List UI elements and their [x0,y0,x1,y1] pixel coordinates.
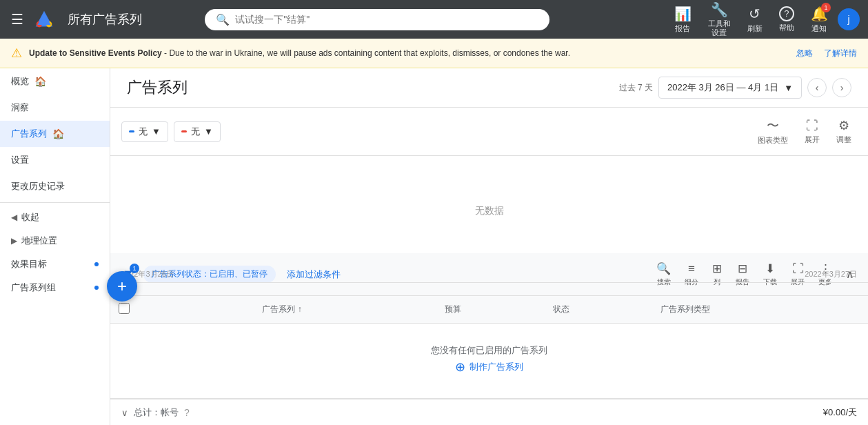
nav-actions: 📊 报告 🔧 工具和设置 ↺ 刷新 ? 帮助 🔔 1 通知 j [667,0,860,40]
sidebar-campaign-group[interactable]: 广告系列组 [0,276,110,299]
alert-body: - Due to the war in Ukraine, we will pau… [162,48,570,58]
metric2-arrow: ▼ [204,126,213,137]
notification-icon: 🔔 1 [811,6,828,22]
col-status: 状态 [545,296,652,324]
summary-row: ∨ 总计：帐号 ? ¥0.00/天 [110,399,868,425]
sidebar-item-history[interactable]: 更改历史记录 [0,173,110,199]
dismiss-link[interactable]: 忽略 [796,48,813,59]
empty-state: 您没有任何已启用的广告系列 ⊕ 制作广告系列 [119,330,860,391]
prev-date-btn[interactable]: ‹ [807,78,827,97]
chart-empty-message: 无数据 [110,156,868,266]
sidebar-goal[interactable]: 效果目标 [0,253,110,276]
help-icon: ? [779,6,794,21]
alert-text: Update to Sensitive Events Policy - Due … [29,48,789,58]
logo-svg [34,10,54,29]
search-icon: 🔍 [216,13,230,26]
summary-expand-icon[interactable]: ∨ [121,408,128,418]
campaigns-table: 广告系列 ↑ 预算 状态 广告系列类型 [110,296,868,399]
expand-icon: ⛶ [806,119,818,133]
chart-dates: 2022年3月26日 2022年3月27日 [110,266,868,283]
create-campaign-label: 制作广告系列 [470,361,523,373]
metric1-button[interactable]: 无 ▼ [121,121,168,142]
goal-label: 效果目标 [11,258,47,270]
collapse-arrow-icon: ◀ [11,212,17,222]
top-navigation: ☰ 所有广告系列 🔍 📊 报告 🔧 工具和设置 ↺ 刷新 [0,0,868,39]
nav-notifications[interactable]: 🔔 1 通知 [804,3,835,37]
chart-type-icon: 〜 [767,117,779,134]
nav-refresh[interactable]: ↺ 刷新 [740,3,769,37]
tools-label: 工具和设置 [708,19,731,37]
alert-title: Update to Sensitive Events Policy [29,48,162,58]
chart-controls: 无 ▼ 无 ▼ 〜 图表类型 ⛶ 展开 ⚙ [110,108,868,156]
metric2-color [181,130,187,132]
next-date-btn[interactable]: › [832,78,851,97]
notifications-label: 通知 [811,23,827,34]
select-all-checkbox[interactable] [119,303,130,314]
expand-label: 展开 [805,135,820,145]
reports-label: 报告 [675,23,690,34]
search-bar[interactable]: 🔍 [205,9,549,30]
create-fab-button[interactable]: + [107,271,137,302]
sidebar: 概览 🏠 洞察 广告系列 🏠 设置 更改历史记录 ◀ 收起 ▶ 地理位置 效果目… [0,68,110,425]
metric2-button[interactable]: 无 ▼ [174,121,221,142]
history-label: 更改历史记录 [11,180,65,192]
google-ads-logo [34,10,54,29]
chart-area: 无 ▼ 无 ▼ 〜 图表类型 ⛶ 展开 ⚙ [110,108,868,253]
sidebar-item-settings[interactable]: 设置 [0,147,110,173]
page-nav-title: 所有广告系列 [68,11,142,28]
header-right: 过去 7 天 2022年 3月 26日 — 4月 1日 ▼ ‹ › [619,77,851,99]
adjust-chart-button[interactable]: ⚙ 调整 [831,115,857,148]
user-avatar[interactable]: j [838,8,860,30]
nav-tools[interactable]: 🔧 工具和设置 [701,0,738,40]
empty-message-text: 您没有任何已启用的广告系列 [132,344,846,357]
date-picker[interactable]: 2022年 3月 26日 — 4月 1日 ▼ [658,77,802,99]
reports-icon: 📊 [674,6,692,22]
metric1-label: 无 [139,126,148,138]
summary-amount: ¥0.00/天 [823,406,857,419]
content-header: 广告系列 过去 7 天 2022年 3月 26日 — 4月 1日 ▼ ‹ › [110,68,868,108]
metric2-label: 无 [191,126,200,138]
insights-label: 洞察 [11,101,29,114]
nav-reports[interactable]: 📊 报告 [667,3,698,37]
expand-chart-button[interactable]: ⛶ 展开 [799,116,825,148]
table-header-row: 广告系列 ↑ 预算 状态 广告系列类型 [110,296,868,324]
search-input[interactable] [235,14,538,25]
sidebar-geolocation[interactable]: ▶ 地理位置 [0,229,110,253]
chart-date-end: 2022年3月27日 [805,269,857,279]
col-campaign[interactable]: 广告系列 ↑ [254,296,436,324]
overview-home-icon: 🏠 [34,76,46,87]
page-title: 广告系列 [127,77,188,98]
goal-dot [94,262,99,266]
create-campaign-icon: ⊕ [455,359,465,375]
menu-icon[interactable]: ☰ [8,8,26,30]
summary-help-icon[interactable]: ? [184,407,190,418]
sidebar-item-overview[interactable]: 概览 🏠 [0,68,110,95]
collapse-label: 收起 [21,211,39,224]
campaigns-home-icon: 🏠 [52,128,64,139]
expand-arrow-icon: ▶ [11,236,17,246]
refresh-label: 刷新 [747,23,763,34]
metric1-color [129,130,134,132]
date-picker-arrow: ▼ [784,83,793,93]
refresh-icon: ↺ [749,6,760,22]
sidebar-item-campaigns[interactable]: 广告系列 🏠 [0,121,110,147]
main-layout: 概览 🏠 洞察 广告系列 🏠 设置 更改历史记录 ◀ 收起 ▶ 地理位置 效果目… [0,68,868,425]
chart-type-button[interactable]: 〜 图表类型 [752,115,794,148]
sidebar-item-insights[interactable]: 洞察 [0,95,110,121]
notification-badge: 1 [821,3,831,12]
learn-more-link[interactable]: 了解详情 [824,48,857,59]
svg-marker-7 [37,12,50,25]
campaign-group-label: 广告系列组 [11,281,56,294]
chart-type-label: 图表类型 [758,135,788,146]
help-label: 帮助 [779,23,794,33]
alert-warning-icon: ⚠ [11,46,22,61]
col-status-indicator [200,296,254,324]
metric1-arrow: ▼ [152,126,161,137]
tools-icon: 🔧 [711,1,728,18]
geolocation-label: 地理位置 [21,235,57,247]
nav-help[interactable]: ? 帮助 [772,3,801,36]
create-campaign-button[interactable]: ⊕ 制作广告系列 [455,357,523,377]
sidebar-collapse[interactable]: ◀ 收起 [0,206,110,229]
overview-label: 概览 [11,75,29,88]
adjust-icon: ⚙ [838,118,849,133]
